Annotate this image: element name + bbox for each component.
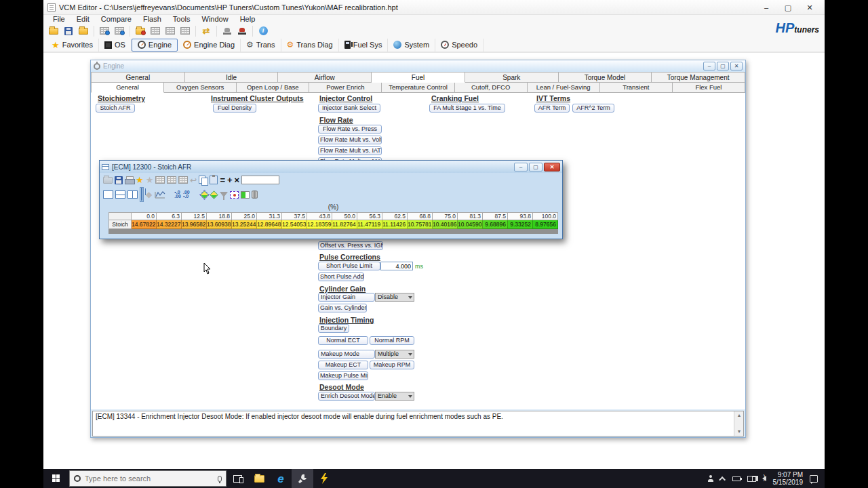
write-vehicle-icon[interactable] xyxy=(113,25,125,37)
vcm-scanner-button[interactable] xyxy=(313,469,335,488)
menu-compare[interactable]: Compare xyxy=(101,15,132,24)
shortcut-os[interactable]: OS xyxy=(99,39,132,52)
add-value-icon[interactable]: + xyxy=(227,176,233,185)
table-cell[interactable]: 9.68896 xyxy=(483,220,508,229)
afr-term-button[interactable]: AFR Term xyxy=(534,104,570,113)
shortcut-trans-diag[interactable]: ⚙ Trans Diag xyxy=(281,39,339,52)
scroll-up-icon[interactable]: ▲ xyxy=(734,411,744,420)
injector-gain-button[interactable]: Injector Gain xyxy=(318,293,375,302)
engine-close-button[interactable]: ✕ xyxy=(730,62,743,70)
gain-vs-cylinder-button[interactable]: Gain vs. Cylinder xyxy=(318,304,367,312)
table-cell[interactable]: 10.75781 xyxy=(408,220,433,229)
subtab-open-loop-base[interactable]: Open Loop / Base xyxy=(237,83,309,93)
flow-rate-vs-press-button[interactable]: Flow Rate vs. Press xyxy=(318,125,382,134)
subtab-oxygen-sensors[interactable]: Oxygen Sensors xyxy=(164,83,237,93)
chart-view-icon[interactable] xyxy=(154,190,166,199)
read-vehicle-icon[interactable] xyxy=(98,25,111,37)
menu-help[interactable]: Help xyxy=(240,15,256,24)
tab-idle[interactable]: Idle xyxy=(185,72,279,83)
volume-icon[interactable] xyxy=(762,476,766,481)
subtab-flex-fuel[interactable]: Flex Fuel xyxy=(673,83,745,93)
save-file-icon[interactable] xyxy=(62,25,75,37)
close-button[interactable]: ✕ xyxy=(799,1,821,14)
task-view-button[interactable] xyxy=(226,469,248,488)
stamp-gray-icon[interactable] xyxy=(221,25,233,37)
multiply-value-icon[interactable]: × xyxy=(235,176,240,185)
surface-flat-icon[interactable] xyxy=(210,190,218,199)
makeup-ect-button[interactable]: Makeup ECT xyxy=(318,361,368,369)
taskbar-search[interactable] xyxy=(69,470,226,487)
tab-torque-model[interactable]: Torque Model xyxy=(559,72,652,83)
taskbar-search-input[interactable] xyxy=(85,474,214,483)
engine-window-titlebar[interactable]: Engine – ▢ ✕ xyxy=(91,60,745,72)
pane-single-icon[interactable] xyxy=(103,190,113,199)
table-cell[interactable]: 12.89648 xyxy=(257,220,282,229)
fa-mult-stage1-button[interactable]: FA Mult Stage 1 vs. Time xyxy=(429,104,505,113)
taskbar-clock[interactable]: 9:07 PM 5/15/2019 xyxy=(773,471,804,486)
battery-icon[interactable] xyxy=(732,476,741,481)
engine-minimize-button[interactable]: – xyxy=(703,62,715,70)
paste-icon[interactable] xyxy=(210,176,218,184)
tab-airflow[interactable]: Airflow xyxy=(278,72,372,83)
cell-value-input[interactable] xyxy=(241,176,279,184)
info-icon[interactable]: i xyxy=(257,25,269,37)
stoich-afr-button[interactable]: Stoich AFR xyxy=(96,104,135,113)
pane-split-horizontal-icon[interactable] xyxy=(115,190,125,199)
tab-torque-management[interactable]: Torque Management xyxy=(652,72,745,83)
stamp-write-icon[interactable] xyxy=(236,25,248,37)
shortcut-engine[interactable]: Engine xyxy=(132,39,178,52)
makeup-mode-dropdown[interactable]: Multiple xyxy=(375,350,414,359)
print-icon[interactable] xyxy=(125,176,134,184)
fuel-density-button[interactable]: Fuel Density xyxy=(213,104,256,113)
subtab-cutoff-dfco[interactable]: Cutoff, DFCO xyxy=(455,83,528,93)
microphone-icon[interactable] xyxy=(218,476,222,482)
table-cell[interactable]: 14.32227 xyxy=(157,220,182,229)
people-icon[interactable] xyxy=(707,475,714,482)
minimize-button[interactable]: – xyxy=(755,1,777,14)
makeup-mode-button[interactable]: Makeup Mode xyxy=(318,350,375,359)
engine-maximize-button[interactable]: ▢ xyxy=(717,62,729,70)
highlight-cell-icon[interactable] xyxy=(241,191,250,199)
table-cell[interactable]: 11.11426 xyxy=(382,220,408,229)
table-cell[interactable]: 10.40186 xyxy=(433,220,458,229)
description-scrollbar[interactable]: ▲ ▼ xyxy=(734,411,743,436)
tab-spark[interactable]: Spark xyxy=(465,72,559,83)
decimal-decrease-icon[interactable]: .00•.0 xyxy=(183,190,190,199)
table-cell[interactable]: 12.54053 xyxy=(282,220,307,229)
pane-split-vertical-icon[interactable] xyxy=(127,190,138,199)
flow-rate-mult-iat-button[interactable]: Flow Rate Mult vs. IAT xyxy=(318,146,382,155)
shortcut-speedo[interactable]: Speedo xyxy=(435,39,484,52)
table-cell[interactable]: 14.67822 xyxy=(132,220,157,229)
table-cell[interactable]: 10.04590 xyxy=(458,220,483,229)
shortcut-favorites[interactable]: ★ Favorites xyxy=(46,39,99,52)
tab-fuel[interactable]: Fuel xyxy=(372,72,465,83)
shortcut-engine-diag[interactable]: Engine Diag xyxy=(178,39,241,52)
scroll-down-icon[interactable]: ▼ xyxy=(734,428,744,436)
popup-minimize-button[interactable]: – xyxy=(514,163,528,171)
open-compare-icon[interactable] xyxy=(134,25,146,37)
surface-3d-icon[interactable] xyxy=(200,190,208,199)
favorite-add-icon[interactable]: ★ xyxy=(136,176,144,184)
file-explorer-button[interactable] xyxy=(248,469,270,488)
save-icon[interactable] xyxy=(115,176,123,184)
decimal-increase-icon[interactable]: •.0.00 xyxy=(174,190,181,199)
open-file-icon[interactable] xyxy=(47,25,60,37)
network-icon[interactable] xyxy=(747,476,755,482)
menu-tools[interactable]: Tools xyxy=(173,15,191,24)
injector-gain-dropdown[interactable]: Disable xyxy=(375,293,414,302)
short-pulse-limit-button[interactable]: Short Pulse Limit xyxy=(318,262,380,270)
offset-vs-press-ignv-button[interactable]: Offset vs. Press vs. IGNV xyxy=(318,241,383,250)
shortcut-system[interactable]: System xyxy=(388,39,435,52)
flow-rate-mult-volts-button[interactable]: Flow Rate Mult vs. Volts xyxy=(318,136,382,144)
start-button[interactable] xyxy=(43,469,69,488)
subtab-lean-fuel-saving[interactable]: Lean / Fuel-Saving xyxy=(528,83,600,93)
popup-close-button[interactable]: ✕ xyxy=(544,163,560,171)
menu-flash[interactable]: Flash xyxy=(143,15,161,24)
short-pulse-adder-button[interactable]: Short Pulse Adder xyxy=(318,272,364,281)
table-cell[interactable]: 13.96582 xyxy=(182,220,207,229)
normal-rpm-button[interactable]: Normal RPM xyxy=(370,336,414,345)
subtab-temperature-control[interactable]: Temperature Control xyxy=(382,83,454,93)
shortcut-trans[interactable]: ⚙ Trans xyxy=(241,39,281,52)
subtab-general[interactable]: General xyxy=(91,83,164,93)
resync-icon[interactable]: ⇄ xyxy=(200,25,212,37)
